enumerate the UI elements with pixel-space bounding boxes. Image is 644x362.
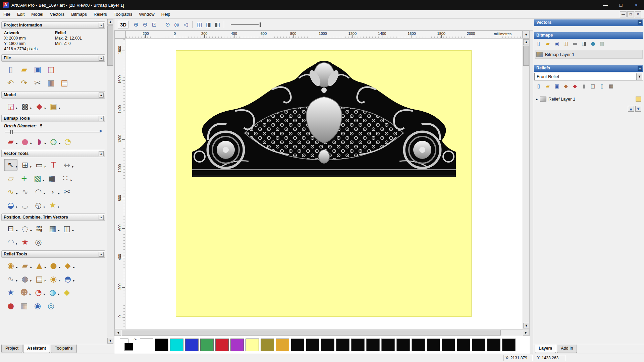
brush-diameter-slider[interactable] — [5, 129, 101, 134]
palette-swatch-pale-yellow[interactable] — [246, 339, 259, 351]
bitmap-layer-row[interactable]: Bitmap Layer 1 — [535, 50, 643, 59]
collapse-icon[interactable]: ▲ — [99, 215, 104, 220]
select-vectors-icon[interactable]: ↖ — [4, 159, 17, 171]
menu-bitmaps[interactable]: Bitmaps — [68, 11, 90, 18]
flyout-arrow-icon[interactable]: ▸ — [44, 205, 46, 208]
zoom-out-icon[interactable]: ⊖ — [141, 20, 150, 29]
palette-swatch-green[interactable] — [200, 339, 214, 351]
smooth-polyline-icon[interactable]: ∿ — [18, 186, 32, 198]
scroll-down-icon[interactable]: ▼ — [107, 338, 113, 344]
rectangle-tool-icon[interactable]: ▭ — [33, 159, 46, 171]
two-rail-sweep-icon[interactable]: ◆ — [61, 259, 74, 272]
tab-toolpaths[interactable]: Toolpaths — [51, 345, 77, 353]
transform-vectors-icon[interactable]: ⊞ — [18, 159, 32, 171]
flyout-arrow-icon[interactable]: ▸ — [45, 165, 46, 168]
block-circular-copy-icon[interactable]: ◌ — [18, 223, 32, 235]
collapse-icon[interactable]: ▲ — [99, 23, 104, 28]
zoom-previous-icon[interactable]: ◁ — [181, 20, 190, 29]
flyout-arrow-icon[interactable]: ▸ — [31, 265, 32, 269]
flyout-arrow-icon[interactable]: ▸ — [71, 178, 72, 182]
menu-help[interactable]: Help — [158, 11, 174, 18]
relief-delete-icon[interactable]: ▯ — [598, 82, 606, 90]
collapse-icon[interactable]: ▲ — [99, 151, 104, 156]
fill-bucket-icon[interactable]: ◔ — [61, 135, 74, 147]
flyout-arrow-icon[interactable]: ▸ — [59, 141, 61, 145]
mirror-vectors-icon[interactable]: ◠ — [4, 236, 17, 248]
flyout-arrow-icon[interactable]: ▸ — [45, 106, 46, 110]
undo-icon[interactable]: ↶ — [4, 77, 17, 89]
bitmap-merge-icon[interactable]: ◫ — [562, 40, 570, 47]
mesh-relief-icon[interactable]: ▦ — [17, 300, 31, 312]
paint-brush-icon[interactable]: ▰ — [4, 135, 17, 147]
flyout-arrow-icon[interactable]: ▸ — [59, 265, 61, 269]
palette-swatch-black-2[interactable] — [291, 339, 304, 351]
arc-tool-icon[interactable]: › — [46, 186, 59, 198]
palette-swatch-black[interactable] — [155, 339, 168, 351]
flyout-arrow-icon[interactable]: ▸ — [31, 141, 32, 145]
adjust-model-icon[interactable]: ◆ — [33, 100, 46, 112]
node-editing-icon[interactable]: + — [17, 172, 31, 184]
collapse-icon[interactable]: ▲ — [99, 116, 104, 121]
model-preview-icon[interactable]: ▩ — [18, 100, 32, 112]
palette-swatch-red[interactable] — [215, 339, 229, 351]
flyout-arrow-icon[interactable]: ▸ — [45, 265, 46, 269]
scroll-down-icon[interactable]: ▼ — [523, 323, 529, 328]
relief-scale-icon[interactable]: ▮ — [580, 82, 588, 90]
scroll-right-icon[interactable]: ▶ — [523, 330, 529, 336]
flyout-arrow-icon[interactable]: ▸ — [43, 178, 45, 182]
open-model-icon[interactable]: ▰ — [17, 63, 31, 75]
bitmap-slice-icon[interactable]: ▬ — [571, 40, 579, 47]
bitmap-link-icon[interactable]: ◨ — [580, 40, 588, 47]
chevron-down-icon[interactable]: ▼ — [638, 20, 642, 25]
offset-vectors-icon[interactable]: ◡ — [18, 199, 32, 211]
palette-swatch-cyan[interactable] — [170, 339, 183, 351]
switch-3d-view-button[interactable]: 3D — [118, 21, 129, 28]
relief-layer-row[interactable]: ▸ Relief Layer 1 — [535, 95, 643, 103]
texture-relief-icon[interactable]: ◉ — [4, 259, 17, 272]
relief-save-icon[interactable]: ▣ — [553, 82, 561, 90]
trim-vectors-icon[interactable]: ✂ — [60, 186, 74, 198]
star-relief-icon[interactable]: ★ — [4, 286, 17, 298]
chevron-up-icon[interactable]: ▲ — [638, 66, 642, 71]
menu-model[interactable]: Model — [28, 11, 46, 18]
move-layer-down-icon[interactable]: ▼ — [635, 106, 641, 112]
align-vectors-icon[interactable]: ⊟ — [4, 223, 17, 235]
iso-form-icon[interactable]: ◓ — [61, 273, 74, 285]
mdi-minimize-button[interactable]: — — [620, 11, 627, 17]
flyout-arrow-icon[interactable]: ▸ — [16, 141, 18, 145]
flyout-arrow-icon[interactable]: ▸ — [16, 205, 18, 208]
tab-layers[interactable]: Layers — [535, 345, 556, 353]
mdi-close-button[interactable]: × — [635, 11, 641, 17]
face-wizard-icon[interactable]: ☻ — [17, 286, 31, 298]
flyout-arrow-icon[interactable]: ▸ — [45, 141, 46, 145]
flyout-arrow-icon[interactable]: ▸ — [31, 165, 32, 168]
flyout-arrow-icon[interactable]: ▸ — [44, 192, 46, 195]
vertical-scrollbar[interactable]: ▲ ▼ — [523, 39, 530, 329]
flyout-arrow-icon[interactable]: ▸ — [31, 106, 32, 110]
primary-secondary-colour[interactable]: ↷ — [120, 338, 137, 352]
close-button[interactable]: × — [629, 0, 644, 10]
flyout-arrow-icon[interactable]: ▸ — [16, 192, 18, 195]
dome-relief-icon[interactable]: ◍ — [46, 286, 59, 298]
refresh-view-icon[interactable]: ◨ — [204, 20, 213, 29]
bitmap-open-icon[interactable]: ▰ — [544, 40, 552, 47]
restore-button[interactable]: □ — [613, 0, 629, 10]
palette-swatch-magenta[interactable] — [230, 339, 244, 351]
palette-swatch-black-13[interactable] — [457, 339, 470, 351]
relief-merge-icon[interactable]: ◆ — [571, 82, 579, 90]
scroll-left-icon[interactable]: ◀ — [115, 330, 121, 336]
interactive-sculpt-icon[interactable]: ● — [4, 300, 17, 312]
flyout-arrow-icon[interactable]: ▸ — [45, 279, 46, 282]
swirl-relief-icon[interactable]: ◎ — [44, 300, 58, 312]
menu-window[interactable]: Window — [136, 11, 158, 18]
menu-file[interactable]: File — [0, 11, 14, 18]
flyout-arrow-icon[interactable]: ▸ — [58, 229, 60, 232]
bitmap-colour-icon[interactable]: ● — [589, 40, 597, 47]
turn-model-icon[interactable]: ◉ — [47, 273, 60, 285]
flyout-arrow-icon[interactable]: ▸ — [59, 279, 61, 282]
bitmap-new-icon[interactable]: ▯ — [535, 40, 543, 47]
relief-import-icon[interactable]: ◆ — [562, 82, 570, 90]
chevron-down-icon[interactable]: ▼ — [636, 73, 642, 80]
palette-swatch-gold[interactable] — [276, 339, 289, 351]
flyout-arrow-icon[interactable]: ▸ — [58, 292, 60, 296]
